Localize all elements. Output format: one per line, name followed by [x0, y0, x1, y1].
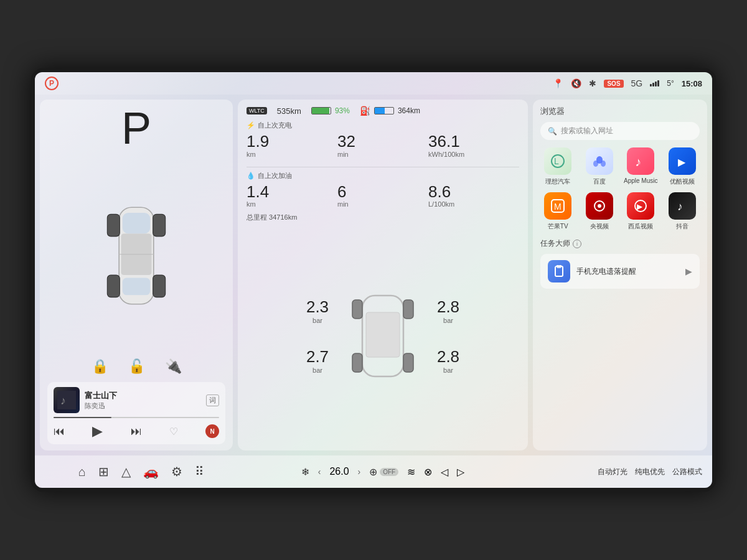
- clock: 15:08: [682, 79, 702, 88]
- svg-text:♪: ♪: [635, 155, 641, 169]
- parking-icon: P: [45, 77, 59, 90]
- fan-status: OFF: [380, 468, 398, 476]
- app-xigua[interactable]: ▶ 西瓜视频: [623, 192, 659, 231]
- media-button[interactable]: ⊞: [98, 464, 109, 479]
- app-name-mango: 芒果TV: [548, 222, 568, 231]
- progress-bar[interactable]: [54, 417, 219, 418]
- app-youku[interactable]: ▶ 优酷视频: [665, 147, 700, 186]
- svg-rect-2: [123, 278, 150, 296]
- search-bar[interactable]: 🔍 搜索或输入网址: [540, 122, 700, 140]
- battery-range-item: 93%: [311, 106, 350, 115]
- mute-icon: 🔇: [571, 78, 581, 88]
- task-card[interactable]: 手机充电遗落提醒 ▶: [540, 254, 700, 289]
- driver-window-icon[interactable]: ◁: [441, 466, 448, 478]
- refuel-stats-grid: 1.4 km 6 min 8.6 L/100km: [247, 183, 519, 208]
- middle-panel: WLTC 535km 93% ⛽ 364km: [238, 100, 528, 450]
- car-image-area: [47, 153, 225, 358]
- svg-rect-7: [153, 275, 166, 297]
- temp-increase-button[interactable]: ›: [358, 467, 361, 477]
- status-bar: P 📍 🔇 ✱ SOS 5G 5° 15:08: [35, 72, 712, 95]
- temperature-value: 26.0: [329, 466, 349, 477]
- temperature: 5°: [667, 79, 674, 88]
- app-name-douyin: 抖音: [676, 222, 688, 231]
- tire-grid: 2.3 bar: [296, 286, 470, 386]
- app-apple-music[interactable]: ♪ Apple Music: [623, 147, 659, 186]
- fan-control[interactable]: ⊕ OFF: [369, 466, 398, 478]
- left-panel: P: [40, 100, 233, 450]
- charge-time-unit: min: [337, 151, 428, 158]
- nav-button[interactable]: △: [121, 464, 131, 479]
- app-lixiang[interactable]: L 理想汽车: [540, 147, 576, 186]
- charge-stats-grid: 1.9 km 32 min 36.1 kWh/100km: [247, 133, 519, 158]
- status-right: 📍 🔇 ✱ SOS 5G 5° 15:08: [553, 78, 702, 88]
- refuel-time: 6 min: [337, 183, 428, 208]
- app-icon-douyin: ♪: [669, 192, 696, 220]
- task-arrow: ▶: [685, 266, 692, 276]
- fuel-range: 364km: [398, 106, 420, 115]
- lock-icon[interactable]: 🔒: [92, 358, 108, 375]
- next-button[interactable]: ⏭: [131, 425, 142, 438]
- since-charge-label: ⚡ 自上次充电: [247, 121, 519, 130]
- refuel-consumption: 8.6 L/100km: [428, 183, 519, 208]
- app-icon-cctv: [586, 192, 613, 220]
- app-name-cctv: 央视频: [590, 222, 609, 231]
- tire-section: 2.3 bar: [247, 227, 519, 444]
- charge-consumption: 36.1 kWh/100km: [428, 133, 519, 158]
- netease-icon[interactable]: N: [205, 424, 219, 438]
- app-cctv[interactable]: 央视频: [582, 192, 618, 231]
- fuel-fill: [375, 108, 385, 114]
- apps-grid: L 理想汽车 百度 ♪ Apple Music: [540, 147, 700, 231]
- favorite-button[interactable]: ♡: [169, 426, 178, 437]
- app-mango[interactable]: M 芒果TV: [540, 192, 576, 231]
- info-icon: i: [573, 240, 581, 248]
- svg-rect-15: [352, 353, 362, 372]
- road-mode-button[interactable]: 公路模式: [672, 467, 702, 477]
- car-tire-view: [339, 286, 426, 386]
- tire-rear-right: 2.8 bar: [426, 347, 470, 374]
- search-placeholder: 搜索或输入网址: [561, 126, 613, 136]
- svg-text:▶: ▶: [637, 202, 643, 211]
- home-button[interactable]: ⌂: [78, 465, 86, 479]
- screen: P 📍 🔇 ✱ SOS 5G 5° 15:08: [35, 72, 712, 488]
- trunk-icon[interactable]: 🔓: [128, 358, 145, 375]
- refuel-distance: 1.4 km: [247, 183, 337, 208]
- app-icon-lixiang: L: [544, 147, 571, 175]
- passenger-window-icon[interactable]: ▷: [457, 466, 464, 478]
- svg-text:♪: ♪: [677, 200, 683, 213]
- settings-button[interactable]: ⚙: [171, 464, 182, 479]
- svg-rect-1: [123, 213, 150, 233]
- app-name-apple-music: Apple Music: [624, 177, 657, 184]
- defrost-icon[interactable]: ⊗: [424, 466, 432, 478]
- eco-mode-button[interactable]: 纯电优先: [635, 467, 665, 477]
- music-title: 富士山下: [85, 390, 201, 401]
- music-artist: 陈奕迅: [85, 401, 201, 411]
- lyrics-button[interactable]: 词: [206, 394, 219, 406]
- app-name-xigua: 西瓜视频: [628, 222, 653, 231]
- refuel-time-value: 6: [337, 183, 428, 201]
- app-name-lixiang: 理想汽车: [545, 177, 570, 186]
- car-status-button[interactable]: 🚗: [143, 464, 159, 479]
- charge-time: 32 min: [337, 133, 428, 158]
- auto-light-button[interactable]: 自动灯光: [598, 467, 627, 477]
- album-art-inner: ♪: [54, 387, 80, 413]
- music-meta: 富士山下 陈奕迅: [85, 390, 201, 411]
- network-icon: 5G: [631, 78, 643, 88]
- gear-display: P: [121, 106, 151, 151]
- charge-distance-value: 1.9: [247, 133, 337, 151]
- seat-heat-icon[interactable]: ≋: [407, 466, 415, 478]
- prev-button[interactable]: ⏮: [54, 425, 65, 438]
- refuel-time-unit: min: [337, 200, 428, 208]
- temp-decrease-button[interactable]: ‹: [318, 467, 321, 477]
- refuel-consumption-unit: L/100km: [428, 200, 519, 208]
- app-baidu[interactable]: 百度: [582, 147, 618, 186]
- ac-control[interactable]: ❄: [301, 466, 309, 478]
- search-icon: 🔍: [548, 127, 557, 136]
- wltc-badge: WLTC: [247, 107, 267, 114]
- app-douyin[interactable]: ♪ 抖音: [665, 192, 700, 231]
- play-button[interactable]: ▶: [92, 423, 103, 439]
- browser-title: 浏览器: [540, 106, 700, 117]
- charge-port-icon[interactable]: 🔌: [165, 358, 182, 375]
- task-text: 手机充电遗落提醒: [576, 266, 679, 277]
- apps-button[interactable]: ⠿: [195, 464, 204, 479]
- app-name-baidu: 百度: [593, 177, 606, 186]
